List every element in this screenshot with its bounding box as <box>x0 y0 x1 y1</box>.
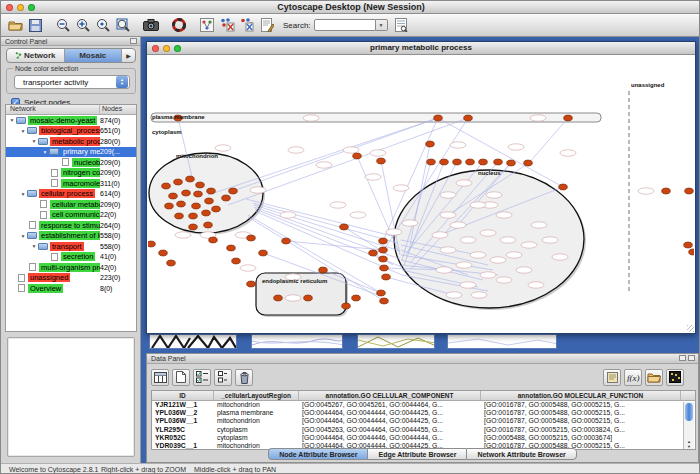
matrix-view-icon[interactable] <box>666 369 684 386</box>
float-panel-icon[interactable] <box>679 355 686 361</box>
attribute-table-header[interactable]: ID_cellularLayoutRegionannotation.GO CEL… <box>152 391 695 401</box>
disclosure-triangle-icon[interactable]: ▼ <box>41 149 49 155</box>
annotation-icon[interactable] <box>257 16 277 34</box>
table-row[interactable]: YKR052Ccytoplasm[GO:0044464, GO:0044446,… <box>152 434 695 442</box>
table-scrollbar[interactable]: ▲▼ <box>683 402 694 449</box>
tree-row[interactable]: ▼transport558(0) <box>6 241 136 252</box>
select-attributes-icon[interactable] <box>193 369 211 386</box>
node-color-select[interactable]: transporter activity ▲▼ <box>14 75 130 89</box>
network-tree-header[interactable]: Network Nodes <box>6 105 136 115</box>
tree-row-label: transport <box>50 242 84 251</box>
delete-attribute-icon[interactable] <box>235 369 253 386</box>
table-column-header[interactable]: _cellularLayoutRegion <box>214 391 299 400</box>
tree-row-label: biological_process <box>39 126 100 135</box>
snapshot-icon[interactable] <box>141 16 161 34</box>
open-icon[interactable] <box>5 16 25 34</box>
tree-col-nodes[interactable]: Nodes <box>100 105 136 114</box>
import-attributes-icon[interactable] <box>645 369 663 386</box>
tab-network-attribute-browser[interactable]: Network Attribute Browser <box>466 448 576 460</box>
table-column-header[interactable]: ID <box>152 391 214 400</box>
tab-network[interactable]: Network <box>7 49 65 62</box>
data-panel: Data Panel f(x) <box>146 353 699 463</box>
tab-network-label: Network <box>24 51 56 60</box>
float-panel-icon[interactable] <box>130 38 137 44</box>
table-row[interactable]: YLR295Ccytoplasm[GO:0045263, GO:0044464,… <box>152 426 695 434</box>
zoom-out-icon[interactable] <box>53 16 73 34</box>
network-window-title: primary metabolic process <box>147 43 695 52</box>
disclosure-triangle-icon[interactable]: ▼ <box>30 243 38 249</box>
table-column-header[interactable]: annotation.GO MOLECULAR_FUNCTION <box>481 391 681 400</box>
table-cell: [GO:0044464, GO:0044444, GO:0044425, G..… <box>299 417 481 425</box>
vizmapper-icon[interactable] <box>197 16 217 34</box>
tree-row[interactable]: nucleobase-209(0) <box>6 157 136 168</box>
network-tab-icon <box>15 52 22 59</box>
save-icon[interactable] <box>25 16 45 34</box>
disclosure-triangle-icon[interactable]: ▼ <box>30 138 38 144</box>
table-row[interactable]: YPL036W__1mitochondrion[GO:0044464, GO:0… <box>152 417 695 425</box>
network-canvas[interactable]: plasma membranecytoplasmmitochondrionnuc… <box>148 55 694 332</box>
folder-icon <box>49 148 59 155</box>
page-icon <box>18 274 25 282</box>
table-cell: [GO:0044464, GO:0044444, GO:0044425, G..… <box>299 409 481 417</box>
zoom-fit-icon[interactable] <box>113 16 133 34</box>
tree-row[interactable]: cellular metabol209(0) <box>6 199 136 210</box>
disclosure-triangle-icon[interactable]: ▼ <box>19 191 27 197</box>
tree-row[interactable]: secretion41(0) <box>6 252 136 263</box>
tree-row[interactable]: ▼biological_process651(0) <box>6 126 136 137</box>
tree-row[interactable]: ▼metabolic process280(0) <box>6 136 136 147</box>
tab-mosaic[interactable]: Mosaic <box>65 49 123 62</box>
tree-row[interactable]: multi-organism pro42(0) <box>6 262 136 273</box>
tree-row[interactable]: ▼cellular process614(0) <box>6 189 136 200</box>
tab-edge-attribute-browser[interactable]: Edge Attribute Browser <box>367 448 466 460</box>
tree-row[interactable]: ▼primary metabo209(... <box>6 147 136 158</box>
function-builder-icon[interactable]: f(x) <box>624 369 642 386</box>
tree-row[interactable]: unassigned223(0) <box>6 273 136 284</box>
background-window-4[interactable] <box>447 334 557 349</box>
tree-row[interactable]: nitrogen compo209(0) <box>6 168 136 179</box>
tree-row-node-count: 41(0) <box>100 253 136 260</box>
zoom-in-icon[interactable] <box>73 16 93 34</box>
scrollbar-thumb[interactable] <box>685 403 693 421</box>
tab-overflow-arrow[interactable]: ▶ <box>122 49 135 62</box>
unselect-attributes-icon[interactable] <box>214 369 232 386</box>
tree-row[interactable]: cell communicat22(0) <box>6 210 136 221</box>
attribute-notes-icon[interactable] <box>603 369 621 386</box>
resize-grip[interactable] <box>687 325 694 332</box>
table-cell: cytoplasm <box>214 426 299 434</box>
attribute-table-icon[interactable] <box>151 369 169 386</box>
tree-row[interactable]: macromolecule311(0) <box>6 178 136 189</box>
zoom-selected-icon[interactable] <box>93 16 113 34</box>
new-attribute-icon[interactable] <box>172 369 190 386</box>
network-desktop: primary metabolic process plasma membran… <box>141 37 700 463</box>
disclosure-triangle-icon[interactable]: ▼ <box>19 233 27 239</box>
tab-node-attribute-browser[interactable]: Node Attribute Browser <box>268 448 367 460</box>
table-row[interactable]: YJR121W__1mitochondrion[GO:0045267, GO:0… <box>152 401 695 409</box>
tree-col-network[interactable]: Network <box>6 105 100 114</box>
background-window-2[interactable] <box>251 334 343 349</box>
tree-row[interactable]: ▼establishment of lo558(0) <box>6 231 136 242</box>
search-input[interactable] <box>314 19 376 31</box>
birdseye-view[interactable] <box>7 337 135 457</box>
tree-row-node-count: 558(0) <box>100 232 136 239</box>
tree-row[interactable]: Overview8(0) <box>6 283 136 294</box>
node-color-selection-group: Node color selection transporter activit… <box>6 68 136 94</box>
close-panel-icon[interactable] <box>688 355 695 361</box>
layout-icon-1[interactable] <box>217 16 237 34</box>
tree-row-node-count: 223(0) <box>100 274 136 281</box>
tree-row[interactable]: ▼mosaic-demo-yeast874(0) <box>6 115 136 126</box>
background-window-3[interactable] <box>357 334 435 349</box>
network-window-titlebar[interactable]: primary metabolic process <box>147 42 695 55</box>
table-row[interactable]: YPL036W__2plasma membrane[GO:0044464, GO… <box>152 409 695 417</box>
disclosure-triangle-icon[interactable]: ▼ <box>19 128 27 134</box>
search-options-icon[interactable] <box>392 16 412 34</box>
table-cell: mitochondrion <box>214 417 299 425</box>
background-window-1[interactable] <box>149 334 237 349</box>
help-icon[interactable] <box>169 16 189 34</box>
search-dropdown-icon[interactable]: ▼ <box>376 19 388 31</box>
table-column-header[interactable]: annotation.GO CELLULAR_COMPONENT <box>299 391 481 400</box>
disclosure-triangle-icon[interactable]: ▼ <box>8 117 16 123</box>
tree-row-node-count: 209(0) <box>100 201 136 208</box>
table-cell: [GO:0044464, GO:0044446, GO:0044444, G..… <box>299 434 481 442</box>
tree-row[interactable]: response to stimul264(0) <box>6 220 136 231</box>
layout-icon-2[interactable] <box>237 16 257 34</box>
